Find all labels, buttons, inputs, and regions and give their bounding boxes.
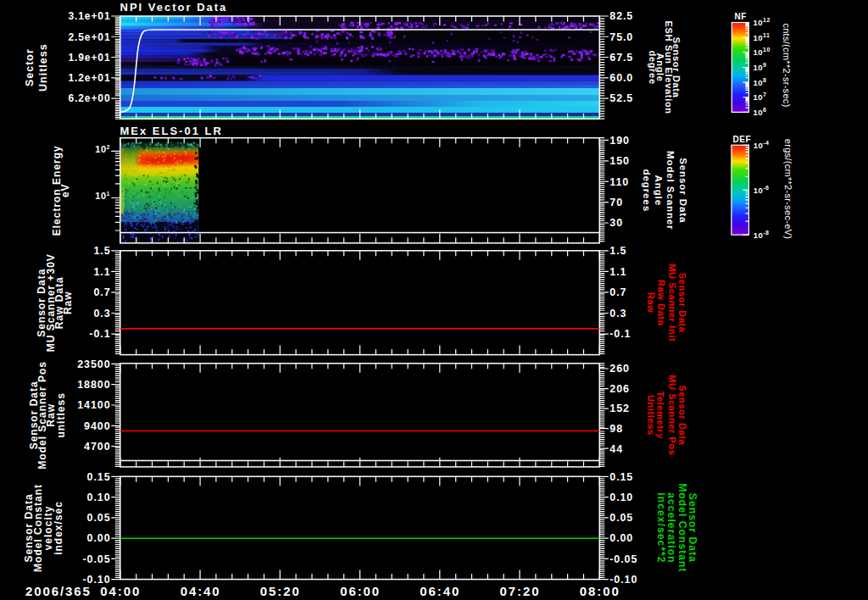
svg-text:110: 110 <box>609 176 629 188</box>
svg-text:70: 70 <box>609 197 623 208</box>
svg-text:0.05: 0.05 <box>609 512 633 524</box>
svg-text:2006/365: 2006/365 <box>25 584 92 598</box>
svg-text:degree: degree <box>648 50 658 84</box>
svg-text:06:00: 06:00 <box>340 584 381 598</box>
svg-text:MU Scanner Pos: MU Scanner Pos <box>667 375 677 455</box>
svg-text:150: 150 <box>609 155 630 167</box>
svg-text:1.5: 1.5 <box>93 245 110 257</box>
svg-text:05:20: 05:20 <box>260 584 301 598</box>
svg-text:04:40: 04:40 <box>181 584 221 598</box>
svg-text:3.1e+01: 3.1e+01 <box>68 10 110 22</box>
svg-text:0.05: 0.05 <box>87 512 111 524</box>
svg-text:Model Constant: Model Constant <box>676 483 688 572</box>
svg-text:MU Scanner Init: MU Scanner Init <box>667 264 677 342</box>
svg-text:0.15: 0.15 <box>87 471 111 483</box>
svg-text:Sensor Data: Sensor Data <box>677 385 687 445</box>
svg-text:14100: 14100 <box>77 399 110 411</box>
svg-text:1.5: 1.5 <box>609 245 626 257</box>
svg-text:eV: eV <box>59 183 71 197</box>
svg-text:07:20: 07:20 <box>500 584 541 598</box>
svg-text:44: 44 <box>609 443 623 455</box>
svg-text:2.5e+01: 2.5e+01 <box>68 31 110 43</box>
svg-text:Sector: Sector <box>24 48 36 86</box>
svg-text:degrees: degrees <box>642 169 652 212</box>
svg-text:Unitless: Unitless <box>646 395 656 436</box>
svg-text:NF: NF <box>735 12 747 21</box>
svg-text:190: 190 <box>609 135 630 147</box>
svg-text:Unitless: Unitless <box>38 43 50 92</box>
svg-text:18800: 18800 <box>77 379 110 391</box>
svg-text:Sensor Data: Sensor Data <box>678 158 688 223</box>
svg-text:06:40: 06:40 <box>420 584 460 598</box>
svg-text:9400: 9400 <box>84 420 110 432</box>
svg-text:Raw Data: Raw Data <box>656 280 666 326</box>
svg-text:0.15: 0.15 <box>609 471 633 483</box>
svg-text:index/sec: index/sec <box>53 501 64 555</box>
svg-text:82.5: 82.5 <box>609 10 633 22</box>
svg-text:67.5: 67.5 <box>609 52 633 64</box>
svg-text:04:00: 04:00 <box>100 584 141 598</box>
svg-text:unitless: unitless <box>55 392 67 437</box>
svg-text:6.2e+00: 6.2e+00 <box>68 92 110 104</box>
svg-text:260: 260 <box>609 363 630 375</box>
svg-text:-0.05: -0.05 <box>609 553 637 565</box>
svg-text:NPI Vector Data: NPI Vector Data <box>120 1 228 14</box>
svg-text:0.10: 0.10 <box>609 492 633 503</box>
svg-text:60.0: 60.0 <box>609 72 633 84</box>
svg-text:MEx ELS-01 LR: MEx ELS-01 LR <box>120 125 223 137</box>
svg-text:0.7: 0.7 <box>609 286 626 298</box>
svg-text:08:00: 08:00 <box>580 584 620 598</box>
svg-text:0.3: 0.3 <box>93 308 110 319</box>
svg-text:DEF: DEF <box>733 135 752 144</box>
svg-text:1.2e+01: 1.2e+01 <box>68 72 110 84</box>
svg-text:cnts/(cm**2-sr-sec): cnts/(cm**2-sr-sec) <box>782 23 792 107</box>
svg-text:206: 206 <box>609 383 630 395</box>
svg-text:0.3: 0.3 <box>609 308 626 319</box>
svg-text:30: 30 <box>609 217 623 229</box>
svg-text:4700: 4700 <box>84 441 110 453</box>
svg-text:Angle: Angle <box>654 175 664 206</box>
svg-text:-0.05: -0.05 <box>83 553 111 565</box>
svg-text:1.1: 1.1 <box>609 266 626 278</box>
svg-text:incex/sec**2: incex/sec**2 <box>655 492 667 563</box>
svg-text:0.00: 0.00 <box>609 532 633 544</box>
svg-text:0.00: 0.00 <box>87 532 111 544</box>
svg-text:-0.1: -0.1 <box>89 328 110 340</box>
svg-text:Sensor Data: Sensor Data <box>677 273 687 333</box>
svg-text:75.0: 75.0 <box>609 31 633 43</box>
svg-text:ergs/(cm**2-sr-sec-eV): ergs/(cm**2-sr-sec-eV) <box>783 139 793 239</box>
svg-text:-0.1: -0.1 <box>609 328 631 340</box>
svg-text:Model Scanner: Model Scanner <box>665 151 676 231</box>
svg-text:23500: 23500 <box>77 358 110 370</box>
svg-text:Telemetry: Telemetry <box>655 392 665 440</box>
svg-text:1.9e+01: 1.9e+01 <box>68 52 110 64</box>
svg-text:0.10: 0.10 <box>87 492 111 503</box>
svg-text:1.1: 1.1 <box>93 266 110 278</box>
svg-text:0.7: 0.7 <box>93 286 110 298</box>
svg-text:52.5: 52.5 <box>609 92 633 104</box>
svg-text:152: 152 <box>609 403 630 414</box>
svg-text:Raw: Raw <box>646 292 656 313</box>
svg-text:Raw: Raw <box>63 291 75 314</box>
svg-text:98: 98 <box>609 423 623 435</box>
